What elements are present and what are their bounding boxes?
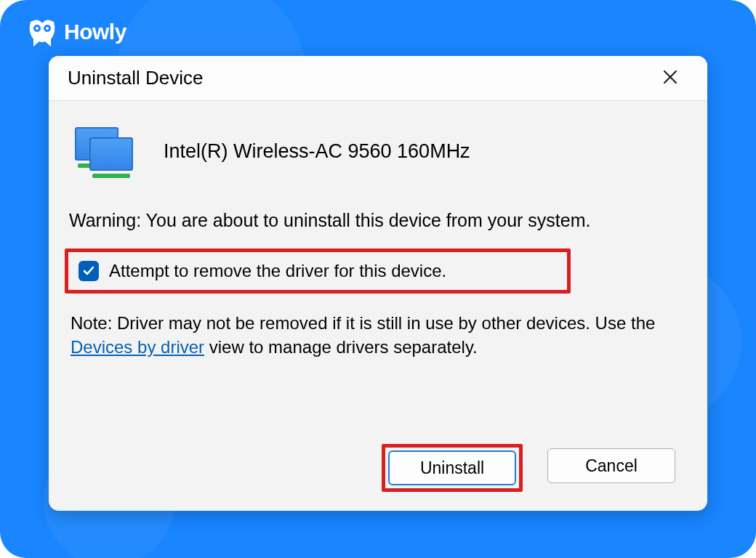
dialog-footer: Uninstall Cancel: [69, 425, 687, 495]
note-text: Note: Driver may not be removed if it is…: [71, 311, 678, 359]
owl-icon: [28, 17, 57, 46]
note-prefix: Note: Driver may not be removed if it is…: [71, 313, 655, 333]
cancel-button[interactable]: Cancel: [547, 448, 675, 483]
brand-logo: Howly: [28, 17, 126, 46]
cancel-wrap: Cancel: [543, 444, 680, 492]
remove-driver-label: Attempt to remove the driver for this de…: [109, 261, 446, 281]
note-suffix: view to manage drivers separately.: [204, 337, 478, 357]
screenshot-canvas: Howly Uninstall Device Intel(R) Wireless…: [0, 0, 756, 558]
uninstall-device-dialog: Uninstall Device Intel(R) Wireless-AC 95…: [49, 56, 707, 511]
remove-driver-checkbox[interactable]: [79, 261, 99, 281]
dialog-titlebar: Uninstall Device: [49, 56, 707, 101]
device-row: Intel(R) Wireless-AC 9560 160MHz: [69, 121, 687, 197]
uninstall-button[interactable]: Uninstall: [388, 450, 516, 485]
brand-name: Howly: [64, 20, 126, 44]
highlight-uninstall-button: Uninstall: [382, 444, 523, 492]
network-adapter-icon: [72, 126, 139, 177]
svg-point-2: [36, 27, 39, 30]
warning-text: Warning: You are about to uninstall this…: [69, 209, 687, 232]
highlight-remove-driver: Attempt to remove the driver for this de…: [65, 248, 571, 294]
device-name: Intel(R) Wireless-AC 9560 160MHz: [164, 140, 470, 163]
svg-point-3: [46, 27, 49, 30]
remove-driver-row[interactable]: Attempt to remove the driver for this de…: [79, 261, 557, 281]
devices-by-driver-link[interactable]: Devices by driver: [71, 337, 204, 357]
close-button[interactable]: [652, 64, 688, 93]
dialog-body: Intel(R) Wireless-AC 9560 160MHz Warning…: [49, 101, 707, 511]
dialog-title: Uninstall Device: [68, 67, 652, 89]
